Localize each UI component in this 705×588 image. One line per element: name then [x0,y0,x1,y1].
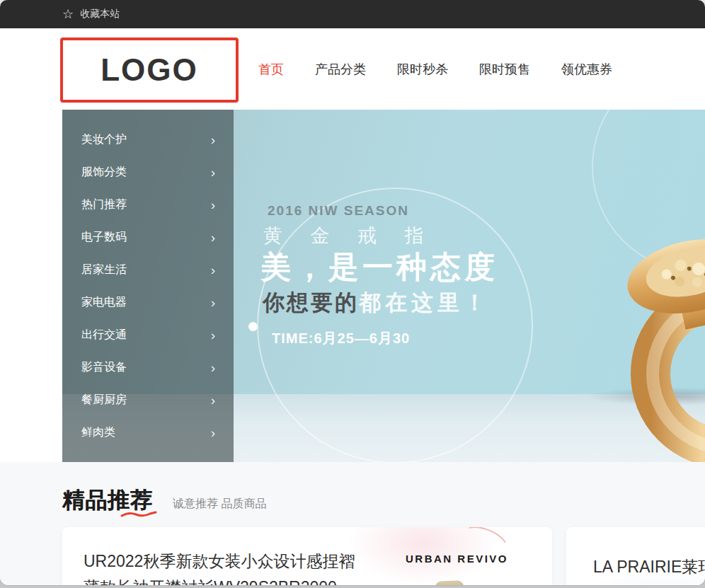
chevron-right-icon: › [211,198,215,212]
product-card-la-prairie[interactable]: LA PRAIRIE莱珀 ¥... [566,527,705,585]
gold-ring-image [576,236,705,462]
chevron-right-icon: › [211,393,215,407]
nav-item-presale[interactable]: 限时预售 [479,61,530,78]
brand-logo-text: URBAN REVIVO [406,553,508,565]
chevron-right-icon: › [211,166,215,179]
recommend-subtitle: 诚意推荐 品质商品 [173,497,266,512]
chevron-right-icon: › [211,231,215,244]
chevron-right-icon: › [211,133,215,146]
nav-item-home[interactable]: 首页 [258,61,284,78]
banner-product-name: 黄 金 戒 指 [263,223,435,248]
chevron-right-icon: › [211,263,215,277]
banner-time-text: TIME:6月25—6月30 [272,329,410,348]
recommend-header: 精品推荐 诚意推荐 品质商品 [62,462,705,515]
category-item-kitchen[interactable]: 餐厨厨房 › [62,384,234,416]
product-price: ¥... [595,582,615,585]
category-item-beauty[interactable]: 美妆个护 › [62,123,234,156]
recommend-section: 精品推荐 诚意推荐 品质商品 UR2022秋季新款女装小众设计感捏褶 薄款长袖开… [0,462,705,585]
banner-season-text: 2016 NIW SEASON [268,203,409,219]
browser-page: ☆ 收藏本站 LOGO 首页 产品分类 限时秒杀 限时预售 领优惠券 2016 … [0,0,705,585]
category-item-appliances[interactable]: 家电电器 › [62,286,234,318]
product-card-row: UR2022秋季新款女装小众设计感捏褶 薄款长袖开襟衬衫WV29S2BR2000… [62,527,705,585]
red-underline-swoosh [120,511,157,518]
nav-item-coupons[interactable]: 领优惠券 [561,61,612,78]
top-utility-bar: ☆ 收藏本站 [0,0,705,28]
chevron-right-icon: › [211,296,215,309]
category-menu: 美妆个护 › 服饰分类 › 热门推荐 › 电子数码 › 居家生活 › 家电电器 … [62,110,234,462]
category-item-hot[interactable]: 热门推荐 › [62,188,234,221]
hero-banner[interactable]: 2016 NIW SEASON 黄 金 戒 指 美，是一种态度 你想要的都在这里… [62,110,705,462]
nav-item-flash-sale[interactable]: 限时秒杀 [397,61,448,78]
product-card-urban-revivo[interactable]: UR2022秋季新款女装小众设计感捏褶 薄款长袖开襟衬衫WV29S2BR2000… [62,527,552,585]
banner-tagline: 你想要的都在这里！ [263,288,490,318]
banner-headline: 美，是一种态度 [260,247,498,288]
category-item-travel[interactable]: 出行交通 › [62,318,234,351]
chevron-right-icon: › [211,426,215,439]
main-nav: 首页 产品分类 限时秒杀 限时预售 领优惠券 [258,28,612,110]
favorite-site-link[interactable]: 收藏本站 [80,8,120,21]
logo[interactable]: LOGO [60,38,239,103]
product-title: LA PRAIRIE莱珀 [593,554,705,580]
logo-text: LOGO [101,52,198,88]
nav-item-categories[interactable]: 产品分类 [315,61,366,78]
category-item-home-life[interactable]: 居家生活 › [62,253,234,286]
banner-tagline-light: 都在这里！ [359,290,490,315]
category-item-audio-video[interactable]: 影音设备 › [62,351,234,384]
banner-tagline-dark: 你想要的 [263,290,359,315]
chevron-right-icon: › [211,361,215,374]
category-item-apparel[interactable]: 服饰分类 › [62,156,234,188]
site-header: LOGO 首页 产品分类 限时秒杀 限时预售 领优惠券 [0,28,705,110]
recommend-title: 精品推荐 [62,485,153,515]
category-item-digital[interactable]: 电子数码 › [62,221,234,253]
star-icon: ☆ [62,8,74,21]
category-item-fresh-meat[interactable]: 鲜肉类 › [62,416,234,449]
chevron-right-icon: › [211,328,215,342]
decor-dot [248,322,258,331]
